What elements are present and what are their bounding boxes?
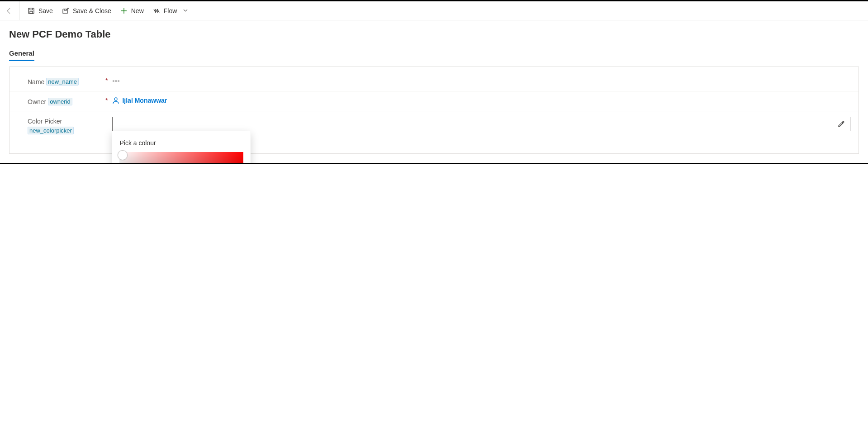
field-color: Color Picker new_colorpicker * Pick a co…: [9, 111, 859, 140]
flow-label: Flow: [164, 7, 177, 14]
save-close-button[interactable]: Save & Close: [57, 1, 116, 20]
field-name: Name new_name * ---: [9, 71, 859, 91]
page-title: New PCF Demo Table: [9, 29, 859, 40]
saturation-value-area[interactable]: [119, 152, 243, 164]
color-picker-popover: Pick a colour Hex Red: [112, 131, 251, 164]
arrow-left-icon: [5, 7, 13, 14]
divider: [19, 1, 19, 20]
field-name-label: Name: [28, 78, 44, 86]
save-icon: [28, 7, 35, 14]
svg-rect-1: [30, 11, 33, 14]
field-color-schema: new_colorpicker: [28, 127, 74, 134]
field-name-value[interactable]: ---: [112, 77, 850, 84]
tab-bar: General: [9, 49, 859, 61]
field-owner: Owner ownerid * Ijlal Monawwar: [9, 91, 859, 111]
command-bar: Save Save & Close New Flow: [0, 1, 868, 20]
color-input[interactable]: [113, 117, 832, 131]
save-close-icon: [62, 7, 69, 14]
save-label: Save: [38, 7, 53, 14]
field-name-schema: new_name: [46, 78, 79, 86]
field-owner-value[interactable]: Ijlal Monawwar: [112, 97, 850, 104]
field-owner-label: Owner: [28, 98, 46, 105]
required-indicator: *: [105, 97, 108, 104]
eyedropper-icon: [838, 120, 845, 128]
new-button[interactable]: New: [116, 1, 148, 20]
person-icon: [112, 97, 119, 104]
flow-button[interactable]: Flow: [148, 1, 193, 20]
sv-area-wrap: [119, 152, 243, 164]
field-color-label: Color Picker: [28, 118, 62, 125]
field-color-label-col: Color Picker new_colorpicker: [28, 117, 104, 134]
field-color-value: Pick a colour Hex Red: [112, 117, 850, 131]
required-indicator: *: [105, 77, 108, 84]
chevron-down-icon: [183, 8, 188, 14]
save-button[interactable]: Save: [23, 1, 57, 20]
form-card: Name new_name * --- Owner ownerid * Ijla…: [9, 67, 859, 154]
new-label: New: [131, 7, 144, 14]
svg-rect-0: [28, 8, 34, 14]
svg-point-3: [114, 98, 117, 100]
color-input-wrap: [112, 117, 850, 131]
eyedropper-button[interactable]: [832, 117, 850, 131]
owner-name: Ijlal Monawwar: [122, 97, 167, 104]
page-header: New PCF Demo Table General: [0, 20, 868, 61]
flow-icon: [153, 7, 160, 14]
tab-general[interactable]: General: [9, 49, 34, 61]
field-owner-label-col: Owner ownerid: [28, 97, 104, 105]
popover-title: Pick a colour: [119, 139, 243, 147]
save-close-label: Save & Close: [73, 7, 111, 14]
field-owner-schema: ownerid: [48, 98, 72, 105]
plus-icon: [120, 7, 128, 14]
owner-link[interactable]: Ijlal Monawwar: [112, 97, 167, 104]
back-button[interactable]: [5, 6, 14, 15]
field-name-label-col: Name new_name: [28, 77, 104, 86]
